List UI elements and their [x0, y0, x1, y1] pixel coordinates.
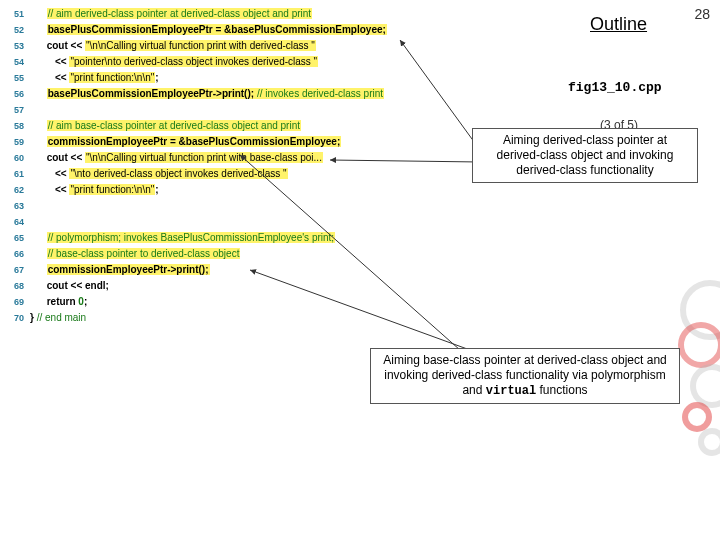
line-number: 69 [6, 294, 30, 310]
line-number: 67 [6, 262, 30, 278]
line-number: 68 [6, 278, 30, 294]
line-number: 61 [6, 166, 30, 182]
line-number: 55 [6, 70, 30, 86]
line-number: 65 [6, 230, 30, 246]
line-number: 57 [6, 102, 30, 118]
line-number: 54 [6, 54, 30, 70]
page-number: 28 [694, 6, 710, 22]
line-number: 62 [6, 182, 30, 198]
line-number: 60 [6, 150, 30, 166]
outline-heading: Outline [590, 14, 647, 35]
line-number: 58 [6, 118, 30, 134]
line-number: 63 [6, 198, 30, 214]
line-number: 53 [6, 38, 30, 54]
line-number: 59 [6, 134, 30, 150]
line-number: 64 [6, 214, 30, 230]
line-number: 66 [6, 246, 30, 262]
line-number: 70 [6, 310, 30, 326]
callout-derived: Aiming derived-class pointer at derived-… [472, 128, 698, 183]
line-number: 52 [6, 22, 30, 38]
callout-polymorphism: Aiming base-class pointer at derived-cla… [370, 348, 680, 404]
line-number: 56 [6, 86, 30, 102]
line-number: 51 [6, 6, 30, 22]
source-filename: fig13_10.cpp [568, 80, 662, 95]
